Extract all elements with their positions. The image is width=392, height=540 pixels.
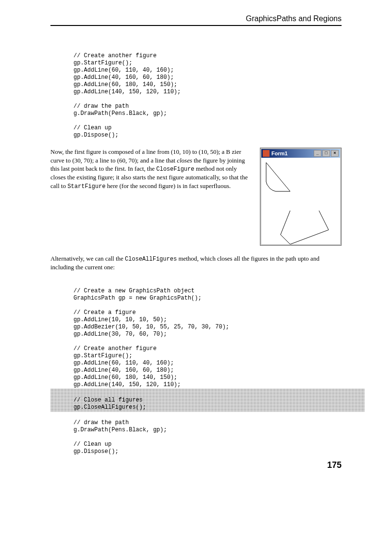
code-line: gp.Dispose(); <box>74 132 119 138</box>
code-line: gp.Dispose(); <box>74 448 119 455</box>
app-icon <box>263 150 270 157</box>
code-line: // Close all figures <box>74 397 143 403</box>
code-block-2: // Create a new GraphicsPath object Grap… <box>74 280 342 455</box>
text: Alternatively, we can call the <box>50 255 125 262</box>
code-line: gp.AddLine(40, 160, 60, 180); <box>74 74 174 81</box>
code-line: gp.AddBezier(10, 50, 10, 55, 25, 70, 30,… <box>74 324 229 330</box>
code-line: gp.AddLine(40, 160, 60, 180); <box>74 367 174 374</box>
inline-code: StartFigure <box>67 183 105 190</box>
code-line: gp.AddLine(60, 180, 140, 150); <box>74 81 177 88</box>
code-line: g.DrawPath(Pens.Black, gp); <box>74 110 167 117</box>
code-line: gp.CloseAllFigures(); <box>74 404 146 411</box>
window-buttons: _ □ × <box>314 150 339 157</box>
code-block-1: // Create another figure gp.StartFigure(… <box>74 45 342 139</box>
code-line: // Create a figure <box>74 309 136 316</box>
code-line: // draw the path <box>74 419 129 426</box>
form-window-screenshot: Form1 _ □ × <box>260 148 342 246</box>
code-line: gp.AddLine(10, 10, 10, 50); <box>74 316 167 323</box>
highlighted-code: // Close all figures gp.CloseAllFigures(… <box>50 389 365 412</box>
code-line: gp.StartFigure(); <box>74 352 132 359</box>
text: here (for the second figure) is in fact … <box>106 182 231 189</box>
code-line: g.DrawPath(Pens.Black, gp); <box>74 427 167 433</box>
window-title: Form1 <box>271 151 314 156</box>
paragraph-1: Now, the first figure is composed of a l… <box>50 148 253 190</box>
path-drawing <box>261 158 341 244</box>
code-line: gp.AddLine(140, 150, 120, 110); <box>74 88 181 95</box>
code-line: // Clean up <box>74 441 111 448</box>
code-line: // Create another figure <box>74 345 157 352</box>
code-line: // Create another figure <box>74 52 157 59</box>
code-line: // Clean up <box>74 125 111 131</box>
code-line: gp.StartFigure(); <box>74 60 132 66</box>
text-italic: closes <box>177 157 192 164</box>
code-line: gp.AddLine(60, 110, 40, 160); <box>74 67 174 74</box>
drawing-canvas <box>261 158 340 244</box>
code-line: gp.AddLine(60, 180, 140, 150); <box>74 374 177 381</box>
page-header: GraphicsPaths and Regions <box>50 14 342 26</box>
minimize-icon: _ <box>314 150 321 157</box>
code-line: gp.AddLine(30, 70, 60, 70); <box>74 331 167 338</box>
code-line: // Create a new GraphicsPath object <box>74 288 195 294</box>
page-number: 175 <box>327 460 342 470</box>
code-line: gp.AddLine(140, 150, 120, 110); <box>74 381 181 388</box>
paragraph-2: Alternatively, we can call the CloseAllF… <box>50 254 342 272</box>
inline-code: CloseAllFigures <box>125 256 177 263</box>
code-line: GraphicsPath gp = new GraphicsPath(); <box>74 295 201 301</box>
close-icon: × <box>331 150 339 157</box>
page: GraphicsPaths and Regions // Create anot… <box>0 0 392 540</box>
para-with-image: Now, the first figure is composed of a l… <box>50 148 342 246</box>
titlebar: Form1 _ □ × <box>261 149 340 158</box>
maximize-icon: □ <box>322 150 330 157</box>
svg-marker-0 <box>266 163 290 191</box>
inline-code: CloseFigure <box>156 166 194 173</box>
code-line: // draw the path <box>74 103 129 110</box>
code-line: gp.AddLine(60, 110, 40, 160); <box>74 360 174 366</box>
